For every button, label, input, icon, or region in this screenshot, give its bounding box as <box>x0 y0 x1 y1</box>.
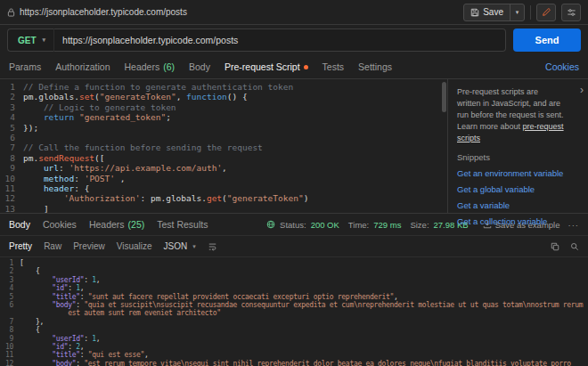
response-toolbar: PrettyRawPreviewVisualize JSON ▾ <box>0 235 588 256</box>
code-text <box>23 133 440 142</box>
request-tab-tests[interactable]: Tests <box>323 61 345 72</box>
code-text: 'Authorization': pm.globals.get("generat… <box>23 193 440 203</box>
code-line: 10 method: 'POST' , <box>0 174 440 183</box>
code-line: 2 { <box>0 267 588 275</box>
code-text: }); <box>23 123 440 133</box>
breadcrumb-url: https://jsonplaceholder.typicode.com/pos… <box>20 7 187 17</box>
network-icon <box>266 220 275 229</box>
line-number: 9 <box>0 163 23 173</box>
request-tab-params[interactable]: Params <box>9 61 41 72</box>
settings-button[interactable] <box>561 4 581 21</box>
pre-request-script-editor[interactable]: 1// Define a function to generate authen… <box>0 79 440 213</box>
method-select[interactable]: GET ▾ <box>7 28 54 52</box>
response-tab-body[interactable]: Body <box>9 219 30 230</box>
unsaved-changes-dot <box>304 65 308 69</box>
code-text: "userId": 1, <box>20 276 588 284</box>
line-number <box>0 309 20 317</box>
tab-label: Body <box>189 61 210 72</box>
status-value: 200 OK <box>311 220 339 230</box>
view-tab-raw[interactable]: Raw <box>44 241 61 251</box>
top-bar: https://jsonplaceholder.typicode.com/pos… <box>0 0 588 25</box>
request-tab-authorization[interactable]: Authorization <box>55 61 110 72</box>
tab-label: Settings <box>358 61 392 72</box>
line-number: 7 <box>0 318 20 326</box>
snippet-link-get-an-environment-variable[interactable]: Get an environment variable <box>457 168 579 178</box>
url-input[interactable] <box>54 28 506 52</box>
code-text: { <box>20 267 588 275</box>
edit-button[interactable] <box>536 4 556 21</box>
response-body-editor[interactable]: 1[2 {3 "userId": 1,4 "id": 1,5 "title": … <box>0 256 588 366</box>
search-button[interactable] <box>570 242 579 251</box>
line-number: 6 <box>0 301 20 309</box>
code-line: 2pm.globals.set("generateToken", functio… <box>0 92 440 102</box>
size-label: Size: <box>410 220 429 230</box>
request-tab-body[interactable]: Body <box>189 61 210 72</box>
format-select[interactable]: JSON ▾ <box>164 241 196 251</box>
request-bar: GET ▾ Send <box>0 25 588 55</box>
scrollbar-thumb[interactable] <box>442 82 446 112</box>
code-text: "id": 1, <box>20 284 588 292</box>
response-tab-headers[interactable]: Headers(25) <box>89 219 144 230</box>
line-number: 10 <box>0 174 23 183</box>
line-number: 7 <box>0 142 23 152</box>
line-number: 5 <box>0 123 23 133</box>
snippets-title: Snippets <box>457 152 579 162</box>
code-line: 6 <box>0 133 440 142</box>
status-label: Status: <box>280 220 306 230</box>
time-label: Time: <box>348 220 369 230</box>
caret-down-icon: ▾ <box>516 9 519 16</box>
code-line: 12 'Authorization': pm.globals.get("gene… <box>0 193 440 203</box>
response-toolbar-right <box>551 242 579 251</box>
line-number: 12 <box>0 193 23 203</box>
code-line: 7// Call the function before sending the… <box>0 142 440 152</box>
snippet-links: Get an environment variableGet a global … <box>457 168 579 226</box>
breadcrumb: https://jsonplaceholder.typicode.com/pos… <box>7 7 187 17</box>
cookies-link[interactable]: Cookies <box>545 61 579 72</box>
copy-button[interactable] <box>551 242 559 251</box>
tab-label: Test Results <box>157 219 208 230</box>
code-line: 6 "body": "quia et suscipit\nsuscipit re… <box>0 301 588 309</box>
editor-scrollbar[interactable] <box>440 79 447 213</box>
snippet-link-get-a-collection-variable[interactable]: Get a collection variable <box>457 216 579 226</box>
code-line: 1[ <box>0 259 588 267</box>
code-line: 8pm.sendRequest([ <box>0 153 440 163</box>
code-text: "userId": 1, <box>20 335 588 343</box>
view-tab-visualize[interactable]: Visualize <box>117 241 152 251</box>
snippet-link-get-a-global-variable[interactable]: Get a global variable <box>457 184 579 194</box>
code-text: "body": "quia et suscipit\nsuscipit recu… <box>20 301 588 309</box>
code-line: 4 return "generated_token"; <box>0 112 440 122</box>
save-button-group: Save ▾ <box>463 4 525 21</box>
request-tabs-row: ParamsAuthorizationHeaders(6)BodyPre-req… <box>0 55 588 78</box>
line-number: 3 <box>0 276 20 284</box>
toolbar-divider <box>530 5 531 20</box>
save-dropdown-button[interactable]: ▾ <box>510 4 524 20</box>
tab-label: Pre-request Script <box>225 61 300 72</box>
chevron-right-icon[interactable]: › <box>580 84 584 96</box>
code-line: 5}); <box>0 123 440 133</box>
code-text: [ <box>20 259 588 267</box>
response-tab-cookies[interactable]: Cookies <box>43 219 77 230</box>
request-tab-pre-request-script[interactable]: Pre-request Script <box>225 61 308 72</box>
script-workspace: 1// Define a function to generate authen… <box>0 78 588 214</box>
line-number: 4 <box>0 284 20 292</box>
line-number: 9 <box>0 335 20 343</box>
view-tab-preview[interactable]: Preview <box>73 241 105 251</box>
code-text: "title": "qui est esse", <box>20 351 588 359</box>
code-line: 1// Define a function to generate authen… <box>0 82 440 92</box>
save-button-label: Save <box>483 7 503 17</box>
code-text: pm.sendRequest([ <box>23 153 440 163</box>
pencil-icon <box>542 8 551 17</box>
request-tab-headers[interactable]: Headers(6) <box>124 61 175 72</box>
wrap-text-button[interactable] <box>208 242 217 251</box>
request-tab-settings[interactable]: Settings <box>358 61 392 72</box>
view-tab-pretty[interactable]: Pretty <box>9 241 32 251</box>
save-button[interactable]: Save <box>464 4 510 20</box>
code-text: // Logic to generate token <box>23 102 440 112</box>
send-button[interactable]: Send <box>513 28 581 52</box>
line-number: 2 <box>0 92 23 102</box>
line-number: 8 <box>0 153 23 163</box>
line-number: 4 <box>0 112 23 122</box>
response-tab-test-results[interactable]: Test Results <box>157 219 208 230</box>
tab-label: Body <box>9 219 30 230</box>
snippet-link-get-a-variable[interactable]: Get a variable <box>457 200 579 210</box>
